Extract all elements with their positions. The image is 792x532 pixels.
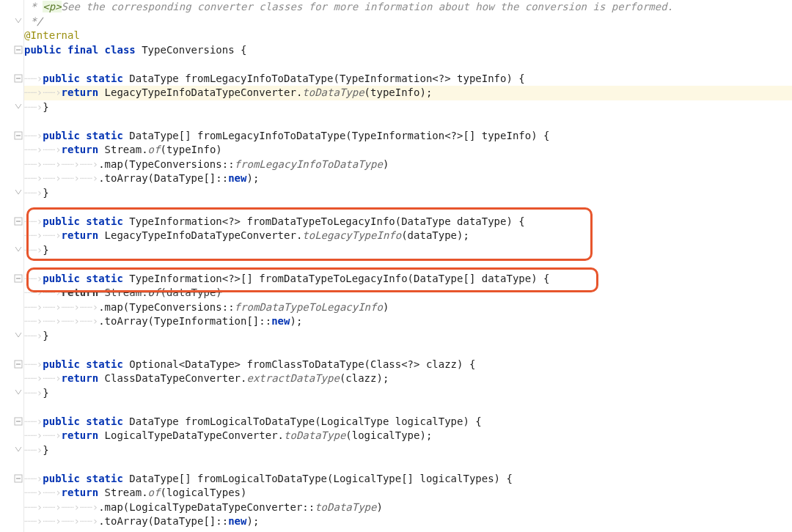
code-line[interactable]: ┈┈›} bbox=[24, 186, 792, 201]
code-line[interactable]: ┈┈›┈┈›return ClassDataTypeConverter.extr… bbox=[24, 372, 792, 386]
code-line[interactable]: ┈┈›public static Optional<DataType> from… bbox=[24, 358, 792, 372]
fold-end-icon[interactable] bbox=[0, 443, 24, 458]
code-line[interactable]: ┈┈›┈┈›┈┈›┈┈›.toArray(TypeInformation[]::… bbox=[24, 314, 792, 329]
code-line[interactable]: * <p>See the corresponding converter cla… bbox=[24, 0, 792, 15]
code-line[interactable] bbox=[24, 114, 792, 129]
fold-end-icon[interactable] bbox=[0, 100, 24, 115]
fold-start-icon[interactable] bbox=[0, 472, 24, 487]
fold-start-icon[interactable] bbox=[0, 43, 24, 58]
code-area[interactable]: * <p>See the corresponding converter cla… bbox=[24, 0, 792, 532]
fold-end-icon[interactable] bbox=[0, 243, 24, 258]
code-line[interactable]: ┈┈›┈┈›┈┈›┈┈›.toArray(DataType[]::new); bbox=[24, 514, 792, 529]
fold-start-icon[interactable] bbox=[0, 272, 24, 287]
code-line[interactable]: ┈┈›} bbox=[24, 243, 792, 258]
code-line[interactable] bbox=[24, 457, 792, 472]
code-line[interactable]: ┈┈›public static TypeInformation<?> from… bbox=[24, 215, 792, 229]
code-line[interactable]: ┈┈›┈┈›return Stream.of(dataType) bbox=[24, 286, 792, 300]
fold-start-icon[interactable] bbox=[0, 358, 24, 372]
code-line[interactable]: ┈┈›┈┈›return LegacyTypeInfoDataTypeConve… bbox=[24, 86, 792, 100]
code-line[interactable]: ┈┈›public static DataType[] fromLogicalT… bbox=[24, 472, 792, 487]
code-line[interactable]: ┈┈›} bbox=[24, 443, 792, 458]
code-line[interactable]: ┈┈›public static TypeInformation<?>[] fr… bbox=[24, 272, 792, 287]
code-line[interactable]: ┈┈›┈┈›return LegacyTypeInfoDataTypeConve… bbox=[24, 229, 792, 243]
code-line[interactable] bbox=[24, 400, 792, 415]
code-line[interactable]: ┈┈›public static DataType fromLegacyInfo… bbox=[24, 72, 792, 86]
fold-end-icon[interactable] bbox=[0, 15, 24, 29]
fold-start-icon[interactable] bbox=[0, 129, 24, 144]
code-line[interactable]: ┈┈›┈┈›return LogicalTypeDataTypeConverte… bbox=[24, 429, 792, 443]
code-line[interactable]: ┈┈›public static DataType[] fromLegacyIn… bbox=[24, 129, 792, 144]
code-line[interactable]: ┈┈›┈┈›┈┈›┈┈›.map(TypeConversions::fromLe… bbox=[24, 158, 792, 172]
fold-end-icon[interactable] bbox=[0, 186, 24, 201]
code-line[interactable]: ┈┈›public static DataType fromLogicalToD… bbox=[24, 415, 792, 429]
code-line[interactable]: ┈┈›} bbox=[24, 329, 792, 344]
fold-start-icon[interactable] bbox=[0, 72, 24, 86]
fold-end-icon[interactable] bbox=[0, 386, 24, 401]
code-line[interactable]: */ bbox=[24, 15, 792, 29]
code-line[interactable] bbox=[24, 200, 792, 215]
code-line[interactable]: ┈┈›┈┈›┈┈›┈┈›.toArray(DataType[]::new); bbox=[24, 171, 792, 186]
code-line[interactable]: ┈┈›} bbox=[24, 386, 792, 401]
code-line[interactable]: ┈┈›┈┈›return Stream.of(logicalTypes) bbox=[24, 486, 792, 500]
gutter bbox=[0, 0, 24, 532]
fold-start-icon[interactable] bbox=[0, 215, 24, 229]
code-line[interactable] bbox=[24, 57, 792, 72]
code-line[interactable]: ┈┈›┈┈›┈┈›┈┈›.map(LogicalTypeDataTypeConv… bbox=[24, 500, 792, 515]
fold-end-icon[interactable] bbox=[0, 329, 24, 344]
code-editor[interactable]: * <p>See the corresponding converter cla… bbox=[0, 0, 792, 532]
code-line[interactable]: @Internal bbox=[24, 29, 792, 43]
code-line[interactable]: ┈┈›} bbox=[24, 100, 792, 115]
code-line[interactable]: ┈┈›┈┈›┈┈›┈┈›.map(TypeConversions::fromDa… bbox=[24, 300, 792, 315]
code-line[interactable] bbox=[24, 343, 792, 358]
fold-start-icon[interactable] bbox=[0, 415, 24, 429]
code-line[interactable]: public final class TypeConversions { bbox=[24, 43, 792, 58]
code-line[interactable] bbox=[24, 257, 792, 272]
code-line[interactable]: ┈┈›┈┈›return Stream.of(typeInfo) bbox=[24, 143, 792, 158]
